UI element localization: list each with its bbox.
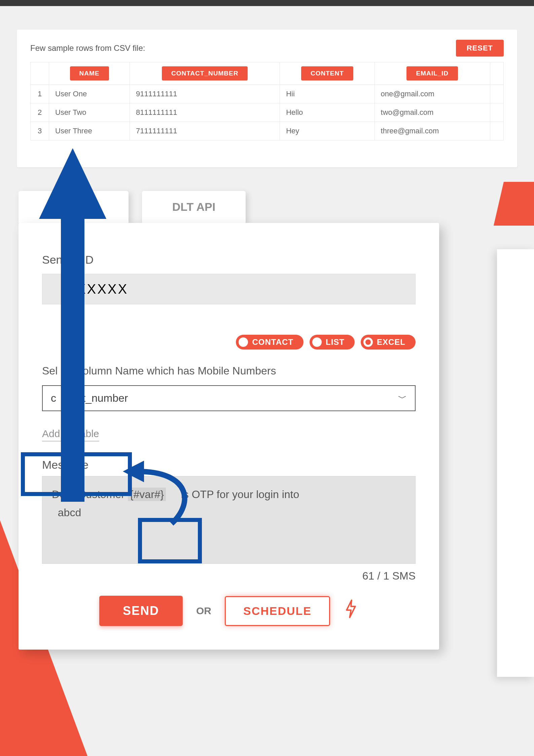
message-label: Message bbox=[42, 458, 416, 471]
send-button[interactable]: SEND bbox=[99, 596, 183, 626]
column-select[interactable]: contact_number ﹀ bbox=[42, 385, 416, 411]
radio-icon bbox=[312, 337, 322, 347]
chevron-down-icon: ﹀ bbox=[398, 392, 407, 404]
segment-excel[interactable]: EXCEL bbox=[361, 335, 416, 350]
table-row: 3 User Three 7111111111 Hey three@gmail.… bbox=[31, 122, 504, 140]
table-row: 1 User One 9111111111 Hii one@gmail.com bbox=[31, 85, 504, 103]
lightning-icon[interactable] bbox=[344, 599, 358, 623]
message-counter: 61 / 1 SMS bbox=[42, 570, 416, 582]
csv-title: Few sample rows from CSV file: bbox=[30, 43, 145, 53]
table-header-content: CONTENT bbox=[280, 62, 375, 85]
source-segmented-control: CONTACT LIST EXCEL bbox=[42, 335, 416, 350]
column-select-label: Select Column Name which has Mobile Numb… bbox=[42, 365, 416, 377]
decorative-shape bbox=[494, 182, 534, 226]
tab-dlt-api[interactable]: DLT API bbox=[142, 191, 246, 223]
send-sms-form: Sender ID .XXXXXX CONTACT LIST EXCEL Sel… bbox=[19, 223, 439, 650]
schedule-button[interactable]: SCHEDULE bbox=[225, 596, 330, 626]
message-textarea[interactable]: Dear Customer {#var#} is OTP for your lo… bbox=[42, 476, 416, 564]
or-label: OR bbox=[196, 605, 211, 617]
reset-button[interactable]: RESET bbox=[456, 40, 504, 57]
table-header-empty bbox=[490, 62, 504, 85]
add-variable-link[interactable]: Add Variable bbox=[42, 428, 99, 441]
table-header-email: EMAIL_ID bbox=[375, 62, 490, 85]
sender-id-input[interactable]: .XXXXXX bbox=[42, 274, 416, 304]
variable-token: {#var#} bbox=[128, 488, 166, 501]
sender-id-label: Sender ID bbox=[42, 253, 416, 266]
csv-preview-card: Few sample rows from CSV file: RESET NAM… bbox=[17, 30, 517, 167]
table-header-name: NAME bbox=[49, 62, 130, 85]
tab-sms[interactable]: DLT SMS bbox=[19, 191, 129, 223]
radio-selected-icon bbox=[363, 337, 373, 347]
table-header-index bbox=[31, 62, 49, 85]
adjacent-card-peek bbox=[497, 249, 534, 677]
segment-contact[interactable]: CONTACT bbox=[236, 335, 304, 350]
window-topbar bbox=[0, 0, 534, 6]
table-header-contact: CONTACT_NUMBER bbox=[130, 62, 280, 85]
table-row: 2 User Two 8111111111 Hello two@gmail.co… bbox=[31, 103, 504, 122]
segment-list[interactable]: LIST bbox=[310, 335, 355, 350]
radio-icon bbox=[239, 337, 248, 347]
csv-table: NAME CONTACT_NUMBER CONTENT EMAIL_ID 1 U… bbox=[30, 62, 504, 140]
